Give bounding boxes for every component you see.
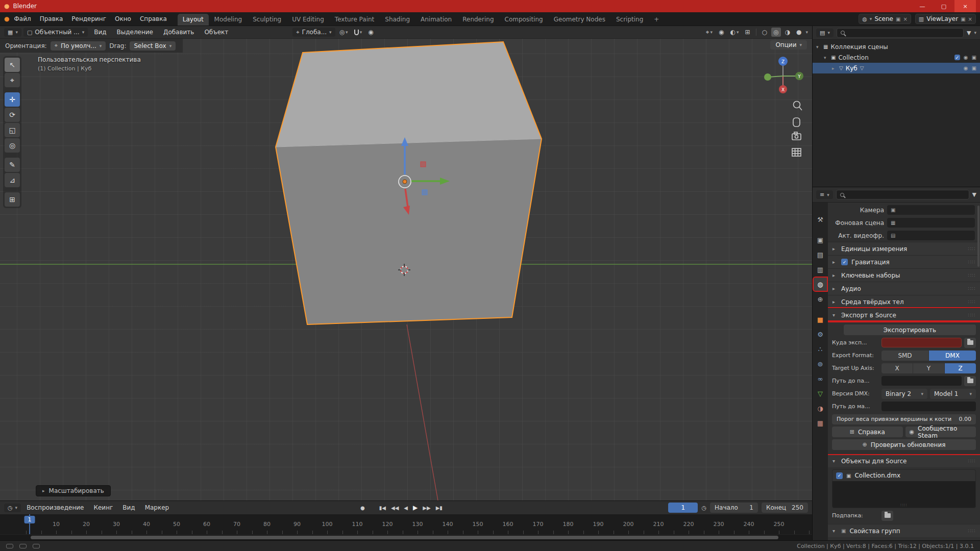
shading-options-icon[interactable]: ▾: [805, 30, 808, 35]
timeline-ruler[interactable]: 10 20 30 40 50 60 70 80 90 100 110 120 1…: [0, 514, 812, 534]
menu-help[interactable]: Справка: [136, 14, 171, 24]
axis-z-button[interactable]: Z: [945, 363, 976, 373]
hide-eye-icon[interactable]: ◉: [964, 65, 968, 71]
minimize-button[interactable]: —: [912, 0, 933, 12]
drag-dots-icon[interactable]: ∷∷: [968, 299, 975, 305]
tab-animation[interactable]: Animation: [415, 14, 457, 26]
operator-panel[interactable]: ▸ Масштабировать: [36, 485, 111, 496]
menu-edit[interactable]: Правка: [36, 14, 67, 24]
jump-to-end-button[interactable]: ▶▮: [436, 505, 443, 511]
next-keyframe-button[interactable]: ▶▶: [423, 505, 430, 511]
current-frame-marker[interactable]: 1: [24, 516, 35, 523]
list-resize-grip[interactable]: ∷∷: [900, 503, 907, 508]
use-preview-range-icon[interactable]: ◷: [701, 505, 706, 511]
snap-toggle[interactable]: ▾: [352, 29, 364, 36]
tab-physics[interactable]: ⊚: [814, 357, 827, 370]
cursor-tool[interactable]: ⌖: [5, 73, 20, 87]
disable-render-icon[interactable]: ▣: [972, 65, 976, 71]
tab-texture[interactable]: ▦: [814, 416, 827, 430]
properties-search-input[interactable]: [836, 190, 969, 199]
frame-start-field[interactable]: Начало 1: [710, 503, 758, 513]
background-scene-field[interactable]: ▦: [887, 218, 975, 228]
editor-type-selector[interactable]: ▦ ▾: [4, 28, 21, 37]
xray-toggle[interactable]: ⊞: [743, 28, 752, 37]
scale-tool[interactable]: ◱: [5, 123, 20, 137]
drag-dots-icon[interactable]: ∷∷: [968, 272, 975, 278]
menu-select[interactable]: Выделение: [113, 27, 157, 37]
tab-compositing[interactable]: Compositing: [500, 14, 548, 26]
prev-keyframe-button[interactable]: ◀◀: [391, 505, 399, 511]
outliner-row-collection[interactable]: ▾ ▣ Collection ✓ ◉ ▣: [813, 52, 980, 63]
outliner-search-input[interactable]: [837, 28, 964, 38]
outliner-row-cube[interactable]: ▸ ▽ Куб ▽ ◉ ▣: [813, 63, 980, 73]
filter-icon[interactable]: ▼: [967, 30, 971, 36]
format-dmx-button[interactable]: DMX: [929, 350, 976, 361]
panel-units[interactable]: ▸ Единицы измерения ∷∷: [828, 242, 980, 255]
tab-constraints[interactable]: ∞: [814, 372, 827, 385]
tab-modifiers[interactable]: ⚙: [814, 328, 827, 341]
blender-menu-icon[interactable]: ●: [4, 15, 9, 22]
maximize-button[interactable]: ▢: [933, 0, 954, 12]
menu-object[interactable]: Объект: [200, 27, 232, 37]
tab-layout[interactable]: Layout: [178, 14, 209, 26]
steam-community-button[interactable]: ◉ Сообщество Steam: [905, 427, 976, 437]
frame-end-field[interactable]: Конец 250: [762, 503, 808, 513]
timeline-editor-selector[interactable]: ◷ ▾: [4, 504, 21, 512]
pivot-point-selector[interactable]: ◎ ▾: [337, 28, 350, 37]
tab-output[interactable]: ▤: [814, 248, 827, 261]
timeline-scrollbar[interactable]: [0, 534, 812, 540]
expand-icon[interactable]: ▾: [816, 44, 821, 49]
auto-keying-button[interactable]: ●: [360, 505, 365, 511]
overlays-toggle[interactable]: ◐ ▾: [728, 28, 741, 37]
close-button[interactable]: ×: [954, 0, 976, 12]
axis-x-button[interactable]: X: [881, 363, 913, 373]
expand-icon[interactable]: ▸: [832, 66, 837, 71]
add-cube-tool[interactable]: ⊞: [5, 192, 20, 207]
tab-scripting[interactable]: Scripting: [611, 14, 648, 26]
active-clip-field[interactable]: ▤: [887, 231, 975, 240]
tab-sculpting[interactable]: Sculpting: [248, 14, 286, 26]
options-dropdown[interactable]: Опции ▾: [770, 40, 807, 49]
engine-path-field[interactable]: [881, 376, 962, 386]
remove-viewlayer-icon[interactable]: ×: [968, 16, 972, 22]
selectability-dropdown[interactable]: ⌖ ▾: [704, 28, 715, 37]
move-tool[interactable]: ✛: [5, 92, 20, 107]
panel-audio[interactable]: ▸ Аудио ∷∷: [828, 282, 980, 295]
tab-object-data[interactable]: ▽: [814, 387, 827, 400]
tab-render[interactable]: ▣: [814, 233, 827, 246]
menu-playback[interactable]: Воспроизведение: [22, 503, 88, 513]
shading-material-button[interactable]: ◑: [783, 28, 792, 37]
drag-dots-icon[interactable]: ∷∷: [968, 286, 975, 291]
menu-add[interactable]: Добавить: [159, 27, 198, 37]
dmx-binary-dropdown[interactable]: Binary 2 ▾: [881, 389, 927, 399]
export-button[interactable]: Экспортировать: [844, 324, 976, 335]
chevron-down-icon[interactable]: ▾: [974, 30, 976, 35]
dmx-model-dropdown[interactable]: Model 1 ▾: [930, 389, 976, 399]
item-checkbox[interactable]: ✓: [836, 472, 843, 479]
annotate-tool[interactable]: ✎: [5, 158, 20, 172]
play-reverse-button[interactable]: ◀: [404, 505, 408, 511]
tab-world[interactable]: ⊕: [814, 292, 827, 306]
drag-dots-icon[interactable]: ∷∷: [968, 458, 975, 464]
tab-material[interactable]: ◑: [814, 402, 827, 415]
viewlayer-selector[interactable]: ▥ ViewLayer ▣ ×: [915, 14, 976, 24]
viewport-3d[interactable]: Z Y X Ориентация:: [0, 39, 812, 500]
format-smd-button[interactable]: SMD: [881, 350, 928, 361]
tab-object[interactable]: ■: [814, 313, 827, 326]
drag-dots-icon[interactable]: ∷∷: [968, 259, 975, 265]
material-path-field[interactable]: [881, 402, 976, 411]
panel-rigid-body-world[interactable]: ▸ Среда твёрдых тел ∷∷: [828, 295, 980, 308]
measure-tool[interactable]: ⊿: [5, 173, 20, 187]
shading-wireframe-button[interactable]: ○: [760, 28, 769, 37]
rotate-tool[interactable]: ⟳: [5, 108, 20, 122]
drag-dropdown[interactable]: Select Box ▾: [130, 41, 176, 51]
tab-uv-editing[interactable]: UV Editing: [287, 14, 329, 26]
filter-icon[interactable]: ▼: [972, 191, 976, 198]
hide-eye-icon[interactable]: ◉: [964, 55, 968, 60]
select-box-tool[interactable]: ↖: [5, 58, 20, 72]
expand-icon[interactable]: ▾: [824, 55, 828, 60]
tab-geometry-nodes[interactable]: Geometry Nodes: [549, 14, 610, 26]
export-objects-list[interactable]: ✓ ▣ Collection.dmx ∷∷: [832, 469, 976, 508]
tab-texture-paint[interactable]: Texture Paint: [330, 14, 379, 26]
transform-tool[interactable]: ◎: [5, 138, 20, 153]
